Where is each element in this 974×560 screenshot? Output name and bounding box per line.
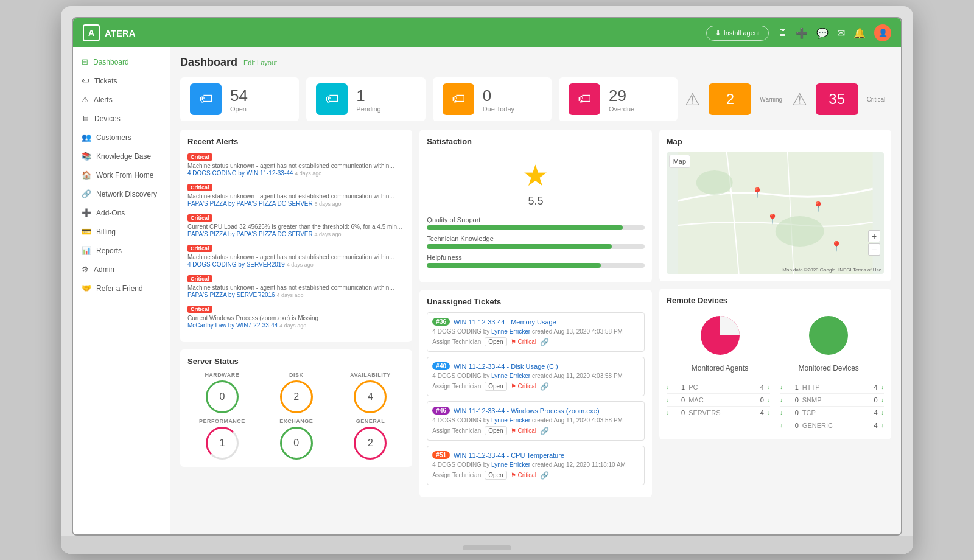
tickets-icon: 🏷 bbox=[82, 76, 89, 85]
agents-servers-row: ↓ 0 SERVERS 4 ↓ bbox=[667, 407, 771, 419]
sidebar-item-tickets[interactable]: 🏷 Tickets bbox=[73, 71, 170, 90]
sidebar-item-work-from-home[interactable]: 🏠 Work From Home bbox=[73, 166, 170, 184]
alert-badge-5: Critical bbox=[187, 275, 212, 282]
sidebar-item-alerts[interactable]: ⚠ Alerts bbox=[73, 90, 170, 109]
sidebar: ⊞ Dashboard 🏷 Tickets ⚠ Alerts 🖥 Devices… bbox=[73, 47, 170, 534]
stat-critical[interactable]: ⚠ 35 Critical bbox=[792, 83, 891, 115]
satisfaction-title: Satisfaction bbox=[427, 137, 644, 146]
ticket-40-title: WIN 11-12-33-44 - Disk Usage (C:) bbox=[454, 363, 558, 370]
email-icon[interactable]: ✉ bbox=[837, 27, 845, 39]
ticket-51-meta: 4 DOGS CODING by Lynne Erricker created … bbox=[432, 461, 639, 468]
server-performance: PERFORMANCE 1 bbox=[187, 418, 257, 460]
agents-pc-count: 1 bbox=[673, 383, 685, 391]
unassigned-tickets-title: Unassigned Tickets bbox=[427, 297, 644, 306]
map-container[interactable]: 📍 📍 📍 📍 Map + − Map dat bbox=[667, 152, 884, 274]
stat-due-today[interactable]: 🏷 0 Due Today bbox=[433, 77, 552, 121]
ticket-46[interactable]: #46 WIN 11-12-33-44 - Windows Process (z… bbox=[427, 401, 644, 441]
monitored-devices-label: Monitored Devices bbox=[798, 364, 858, 373]
ticket-40[interactable]: #40 WIN 11-12-33-44 - Disk Usage (C:) 4 … bbox=[427, 357, 644, 396]
availability-label: AVAILABILITY bbox=[336, 372, 405, 378]
ticket-51-badge: #51 bbox=[432, 451, 450, 459]
top-nav: A ATERA ⬇ Install agent 🖥 ➕ 💬 ✉ 🔔 👤 bbox=[73, 18, 901, 47]
alert-item-4[interactable]: Critical Machine status unknown - agent … bbox=[187, 243, 405, 268]
pending-label: Pending bbox=[356, 105, 380, 113]
sidebar-wfh-label: Work From Home bbox=[96, 171, 153, 180]
stat-warning[interactable]: ⚠ 2 Warning bbox=[685, 83, 784, 115]
install-agent-button[interactable]: ⬇ Install agent bbox=[706, 26, 769, 41]
alert-item-2[interactable]: Critical Machine status unknown - agent … bbox=[187, 183, 405, 207]
svg-text:📍: 📍 bbox=[830, 240, 842, 252]
open-icon-box: 🏷 bbox=[190, 83, 222, 115]
ticket-51-assign[interactable]: Assign Technician bbox=[432, 472, 481, 478]
screen: A ATERA ⬇ Install agent 🖥 ➕ 💬 ✉ 🔔 👤 bbox=[72, 17, 902, 536]
stat-overdue[interactable]: 🏷 29 Overdue bbox=[559, 77, 678, 121]
sidebar-item-network-discovery[interactable]: 🔗 Network Discovery bbox=[73, 184, 170, 203]
overdue-info: 29 Overdue bbox=[609, 86, 634, 113]
general-label: GENERAL bbox=[336, 418, 405, 424]
sidebar-item-knowledge-base[interactable]: 📚 Knowledge Base bbox=[73, 147, 170, 166]
edit-layout-button[interactable]: Edit Layout bbox=[244, 59, 277, 66]
devices-snmp-row: ↓ 0 SNMP 0 ↓ bbox=[780, 394, 884, 407]
map-attribution: Map data ©2020 Google, INEGI Terms of Us… bbox=[782, 267, 881, 273]
hardware-label: HARDWARE bbox=[187, 372, 257, 378]
due-label: Due Today bbox=[483, 105, 514, 113]
rating-number: 5.5 bbox=[427, 195, 644, 208]
alert-item-5[interactable]: Critical Machine status unknown - agent … bbox=[187, 274, 405, 298]
addons-icon: ➕ bbox=[82, 208, 91, 217]
add-icon[interactable]: ➕ bbox=[796, 27, 808, 39]
stat-pending[interactable]: 🏷 1 Pending bbox=[306, 77, 425, 121]
devices-snmp-val-arrow: ↓ bbox=[881, 397, 885, 403]
install-agent-label: Install agent bbox=[724, 29, 760, 37]
ticket-36-badge: #36 bbox=[432, 318, 450, 326]
ticket-36-assign[interactable]: Assign Technician bbox=[432, 338, 481, 345]
warning-triangle-icon: ⚠ bbox=[685, 89, 700, 110]
sidebar-item-dashboard[interactable]: ⊞ Dashboard bbox=[73, 52, 170, 71]
ticket-36-priority: ⚑ Critical bbox=[511, 338, 536, 345]
app-name: ATERA bbox=[105, 28, 136, 38]
sidebar-item-refer[interactable]: 🤝 Refer a Friend bbox=[73, 279, 170, 298]
devices-snmp-val: 0 bbox=[866, 396, 878, 404]
ticket-51[interactable]: #51 WIN 11-12-33-44 - CPU Temperature 4 … bbox=[427, 446, 644, 485]
agents-pc-row: ↓ 1 PC 4 ↓ bbox=[667, 381, 771, 394]
devices-generic-count: 0 bbox=[787, 422, 799, 429]
sidebar-item-customers[interactable]: 👥 Customers bbox=[73, 128, 170, 147]
alert-item-6[interactable]: Critical Current Windows Process (zoom.e… bbox=[187, 304, 405, 329]
due-icon-box: 🏷 bbox=[443, 83, 474, 115]
ticket-36-header: #36 WIN 11-12-33-44 - Memory Usage bbox=[432, 318, 639, 326]
map-zoom-out[interactable]: − bbox=[868, 243, 880, 256]
sidebar-item-admin[interactable]: ⚙ Admin bbox=[73, 260, 170, 279]
reports-icon: 📊 bbox=[82, 246, 91, 255]
ticket-36[interactable]: #36 WIN 11-12-33-44 - Memory Usage 4 DOG… bbox=[427, 312, 644, 352]
alert-text-5: Machine status unknown - agent has not e… bbox=[187, 284, 405, 292]
avatar[interactable]: 👤 bbox=[874, 24, 891, 41]
alert-item-3[interactable]: Critical Current CPU Load 32.45625% is g… bbox=[187, 213, 405, 237]
sidebar-item-add-ons[interactable]: ➕ Add-Ons bbox=[73, 203, 170, 222]
alert-item-1[interactable]: Critical Machine status unknown - agent … bbox=[187, 152, 405, 177]
alert-badge-3: Critical bbox=[187, 214, 212, 222]
devices-donut-svg bbox=[804, 311, 853, 360]
logo-box: A bbox=[83, 24, 100, 41]
alert-text-4: Machine status unknown - agent has not e… bbox=[187, 253, 405, 261]
sidebar-alerts-label: Alerts bbox=[94, 96, 113, 104]
sidebar-item-reports[interactable]: 📊 Reports bbox=[73, 241, 170, 260]
sidebar-devices-label: Devices bbox=[94, 114, 121, 123]
sidebar-addons-label: Add-Ons bbox=[96, 209, 125, 217]
alert-badge-6: Critical bbox=[187, 306, 212, 313]
sidebar-item-devices[interactable]: 🖥 Devices bbox=[73, 109, 170, 128]
chat-icon[interactable]: 💬 bbox=[816, 27, 829, 39]
hardware-gauge: 0 bbox=[206, 380, 239, 413]
ticket-46-assign[interactable]: Assign Technician bbox=[432, 427, 481, 434]
devices-snmp-arrow: ↓ bbox=[780, 397, 783, 403]
helpfulness-label: Helpfulness bbox=[427, 254, 644, 261]
map-zoom-in[interactable]: + bbox=[868, 230, 880, 242]
alert-text-1: Machine status unknown - agent has not e… bbox=[187, 162, 405, 170]
server-general: GENERAL 2 bbox=[336, 418, 405, 460]
bell-icon[interactable]: 🔔 bbox=[853, 27, 866, 39]
unassigned-tickets-panel: Unassigned Tickets #36 WIN 11-12-33-44 -… bbox=[419, 290, 651, 497]
quality-bar-bg bbox=[427, 225, 644, 230]
map-label: Map bbox=[669, 155, 690, 168]
stat-open[interactable]: 🏷 54 Open bbox=[180, 77, 299, 121]
sidebar-item-billing[interactable]: 💳 Billing bbox=[73, 222, 170, 241]
ticket-40-assign[interactable]: Assign Technician bbox=[432, 383, 481, 390]
remote-icon[interactable]: 🖥 bbox=[777, 27, 787, 38]
